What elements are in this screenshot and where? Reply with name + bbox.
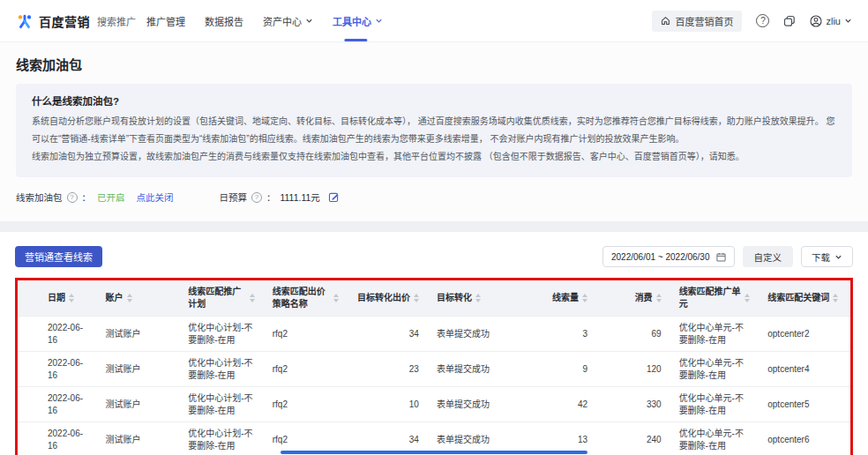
date-range-picker[interactable]: 2022/06/01 ~ 2022/06/30 — [602, 246, 735, 267]
column-label: 日期 — [48, 292, 65, 304]
home-icon — [661, 16, 670, 26]
table-cell: 优化中心计划-不要删除-在用 — [179, 317, 264, 352]
table-row: 2022-06-16测试账户优化中心计划-不要删除-在用rfq223表单提交成功… — [18, 352, 850, 387]
primary-nav: 推广管理 数据报告 资产中心 工具中心 — [146, 0, 383, 41]
highlighted-table-region: 日期账户线索匹配推广计划线索匹配出价策略名称目标转化出价目标转化线索量消费线索匹… — [15, 278, 853, 455]
user-avatar-icon — [810, 15, 822, 27]
table-cell: 优化中心单元-不要删除-在用 — [670, 317, 760, 352]
table-cell: rfq2 — [264, 387, 348, 422]
user-menu[interactable]: zliu — [810, 15, 852, 27]
column-header[interactable]: 日期 — [18, 280, 97, 317]
card-toolbar: 营销通查看线索 2022/06/01 ~ 2022/06/30 自定义 — [15, 246, 853, 267]
stacked-squares-icon[interactable] — [783, 15, 796, 27]
sort-icon[interactable] — [69, 294, 74, 302]
table-cell: 42 — [530, 387, 596, 422]
nav-item-data-reports[interactable]: 数据报告 — [205, 0, 243, 41]
table-cell: 120 — [596, 352, 670, 387]
daily-budget-label: 日预算 — [220, 190, 248, 204]
leads-card: 营销通查看线索 2022/06/01 ~ 2022/06/30 自定义 — [0, 232, 868, 455]
column-header[interactable]: 目标转化出价 — [348, 280, 428, 317]
column-label: 消费 — [635, 292, 653, 304]
sort-icon[interactable] — [833, 294, 838, 302]
table-cell: optcenter6 — [759, 422, 850, 455]
column-header[interactable]: 线索匹配推广单元 — [670, 280, 760, 317]
page: 百度营销 搜索推广 推广管理 数据报告 资产中心 工具中心 — [0, 0, 868, 455]
intro-box: 什么是线索加油包? 系统自动分析您账户现有投放计划的设置（包括关键词、地域定向、… — [16, 84, 852, 177]
top-section: 线索加油包 什么是线索加油包? 系统自动分析您账户现有投放计划的设置（包括关键词… — [0, 42, 868, 221]
table-cell: optcenter4 — [759, 352, 850, 387]
marketing-home-button[interactable]: 百度营销首页 — [652, 11, 742, 32]
table-cell: 23 — [348, 352, 428, 387]
package-status-group: 线索加油包 ? ： 已开启 点此关闭 — [16, 190, 174, 204]
sort-icon[interactable] — [333, 294, 339, 302]
column-header[interactable]: 线索匹配推广计划 — [179, 280, 264, 317]
sort-icon[interactable] — [582, 294, 587, 302]
table-cell: rfq2 — [264, 352, 348, 387]
question-circle-icon[interactable]: ? — [67, 192, 78, 203]
active-tab-underline — [344, 39, 367, 41]
nav-item-label: 数据报告 — [205, 14, 243, 28]
package-status-label: 线索加油包 — [16, 190, 63, 204]
intro-title: 什么是线索加油包? — [32, 93, 836, 108]
table-row: 2022-06-16测试账户优化中心计划-不要删除-在用rfq210表单提交成功… — [18, 387, 850, 422]
nav-item-asset-center[interactable]: 资产中心 — [263, 0, 313, 41]
column-header[interactable]: 消费 — [596, 280, 670, 317]
question-circle-icon[interactable]: ? — [251, 192, 262, 203]
brand[interactable]: 百度营销 搜索推广 — [16, 12, 136, 30]
column-label: 目标转化出价 — [357, 292, 410, 304]
table-cell: 330 — [596, 387, 670, 422]
daily-budget-value: 1111.11元 — [281, 190, 320, 204]
close-package-link[interactable]: 点此关闭 — [137, 190, 174, 204]
custom-button[interactable]: 自定义 — [743, 246, 794, 267]
column-header[interactable]: 线索匹配出价策略名称 — [264, 280, 348, 317]
sort-icon[interactable] — [745, 294, 750, 302]
column-label: 线索匹配推广计划 — [188, 286, 246, 310]
nav-item-promotion-management[interactable]: 推广管理 — [146, 0, 185, 41]
table-header-row: 日期账户线索匹配推广计划线索匹配出价策略名称目标转化出价目标转化线索量消费线索匹… — [18, 280, 850, 317]
column-header[interactable]: 目标转化 — [428, 280, 530, 317]
sort-icon[interactable] — [414, 294, 419, 302]
table-cell: 34 — [348, 317, 428, 352]
bottom-scrollbar-thumb[interactable] — [281, 451, 587, 454]
column-header[interactable]: 账户 — [97, 280, 180, 317]
table-cell: 2022-06-16 — [18, 422, 97, 455]
edit-budget-icon[interactable] — [328, 191, 340, 203]
sort-icon[interactable] — [127, 294, 132, 302]
table-cell: 测试账户 — [97, 317, 180, 352]
sort-icon[interactable] — [250, 294, 255, 302]
sort-icon[interactable] — [656, 294, 662, 302]
home-button-label: 百度营销首页 — [675, 14, 733, 28]
toolbar-right: 2022/06/01 ~ 2022/06/30 自定义 下载 — [602, 246, 853, 267]
table-cell: 3 — [530, 317, 596, 352]
column-header[interactable]: 线索匹配关键词 — [759, 280, 850, 317]
brand-name: 百度营销 — [39, 12, 90, 30]
column-label: 线索量 — [552, 292, 579, 304]
download-button-label: 下载 — [812, 250, 830, 264]
navbar-right: 百度营销首页 ? zliu — [652, 11, 852, 32]
column-header[interactable]: 线索量 — [530, 280, 596, 317]
leads-table: 日期账户线索匹配推广计划线索匹配出价策略名称目标转化出价目标转化线索量消费线索匹… — [18, 280, 850, 455]
nav-item-label: 资产中心 — [263, 14, 302, 28]
table-cell: 优化中心单元-不要删除-在用 — [670, 352, 760, 387]
colon: ： — [266, 190, 276, 204]
table-cell: 优化中心计划-不要删除-在用 — [179, 387, 264, 422]
table-cell: 9 — [530, 352, 596, 387]
table-cell: 2022-06-16 — [18, 317, 97, 352]
table-row: 2022-06-16测试账户优化中心计划-不要删除-在用rfq234表单提交成功… — [18, 317, 850, 352]
help-icon[interactable]: ? — [756, 14, 769, 27]
table-cell: 测试账户 — [97, 352, 180, 387]
chevron-down-icon — [844, 17, 852, 25]
intro-paragraph: 线索加油包为独立预算设置，故线索加油包产生的消费与线索量仅支持在线索加油包中查看… — [32, 148, 836, 166]
column-label: 线索匹配出价策略名称 — [273, 286, 331, 310]
table-cell: optcenter2 — [759, 317, 850, 352]
view-leads-button[interactable]: 营销通查看线索 — [15, 246, 102, 267]
table-cell: 2022-06-16 — [18, 387, 97, 422]
download-button[interactable]: 下载 — [801, 246, 853, 267]
daily-budget-group: 日预算 ? ： 1111.11元 — [220, 190, 340, 204]
nav-item-tool-center[interactable]: 工具中心 — [333, 0, 383, 41]
table-cell: 测试账户 — [97, 387, 180, 422]
table-cell: 240 — [596, 422, 670, 455]
column-label: 线索匹配关键词 — [767, 292, 829, 304]
sort-icon[interactable] — [475, 294, 481, 302]
baidu-marketing-logo-icon — [16, 12, 34, 30]
